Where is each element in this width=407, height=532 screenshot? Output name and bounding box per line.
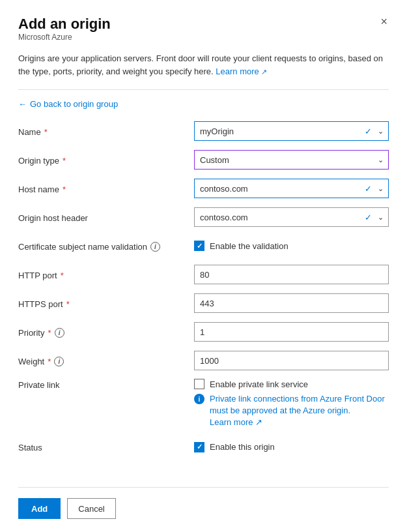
panel-title: Add an origin <box>18 16 111 33</box>
private-link-checkbox-label: Enable private link service <box>210 379 308 389</box>
external-link-icon: ↗ <box>261 68 267 76</box>
priority-input[interactable] <box>194 322 389 342</box>
private-link-row: Private link Enable private link service… <box>18 379 389 429</box>
description-learn-more-link[interactable]: Learn more ↗ <box>216 66 267 76</box>
name-control: myOrigin ✓ ⌄ <box>194 121 389 141</box>
origin-type-control: Custom ⌄ <box>194 150 389 170</box>
https-port-input[interactable] <box>194 293 389 313</box>
weight-input[interactable] <box>194 351 389 370</box>
name-required: * <box>44 127 48 137</box>
origin-type-required: * <box>63 156 66 166</box>
add-origin-panel: Add an origin Microsoft Azure × Origins … <box>0 0 407 532</box>
cert-validation-checkbox-row: Enable the validation <box>194 241 389 251</box>
http-port-required: * <box>61 271 64 280</box>
status-control: Enable this origin <box>194 442 389 452</box>
priority-row: Priority * i <box>18 321 389 342</box>
close-button[interactable]: × <box>379 16 389 27</box>
cert-validation-control: Enable the validation <box>194 241 389 251</box>
private-link-learn-more-link[interactable]: Learn more ↗ <box>210 417 262 427</box>
private-link-info-text: Private link connections from Azure Fron… <box>210 393 389 429</box>
status-row: Status Enable this origin <box>18 437 389 458</box>
http-port-label: HTTP port * <box>18 269 194 280</box>
https-port-label: HTTPS port * <box>18 298 194 309</box>
http-port-row: HTTP port * <box>18 264 389 285</box>
priority-required: * <box>48 328 51 338</box>
origin-type-select-wrapper: Custom ⌄ <box>194 150 389 170</box>
status-label: Status <box>18 441 194 452</box>
status-checkbox-row: Enable this origin <box>194 442 389 452</box>
cert-validation-info-icon[interactable]: i <box>150 242 160 252</box>
private-link-control: Enable private link service i Private li… <box>194 379 389 429</box>
origin-type-select[interactable]: Custom <box>194 150 389 170</box>
weight-label: Weight * i <box>18 355 194 366</box>
origin-type-label: Origin type * <box>18 155 194 166</box>
cert-validation-checkbox-label: Enable the validation <box>210 241 288 251</box>
status-checkbox-label: Enable this origin <box>210 442 275 452</box>
host-name-control: contoso.com ✓ ⌄ <box>194 179 389 198</box>
https-port-row: HTTPS port * <box>18 293 389 314</box>
private-link-label: Private link <box>18 379 194 390</box>
host-name-label: Host name * <box>18 183 194 194</box>
priority-label: Priority * i <box>18 327 194 338</box>
host-name-select-wrapper: contoso.com ✓ ⌄ <box>194 179 389 198</box>
http-port-input[interactable] <box>194 265 389 284</box>
private-link-external-icon: ↗ <box>255 417 262 427</box>
name-select-wrapper: myOrigin ✓ ⌄ <box>194 121 389 141</box>
description-text: Origins are your application servers. Fr… <box>18 52 389 78</box>
host-name-required: * <box>63 185 66 194</box>
form-section: Name * myOrigin ✓ ⌄ Origin type * <box>18 121 389 474</box>
weight-required: * <box>48 357 51 366</box>
https-port-required: * <box>66 299 70 309</box>
weight-control <box>194 351 389 370</box>
cert-validation-row: Certificate subject name validation i En… <box>18 235 389 256</box>
private-link-checkbox-row: Enable private link service <box>194 379 389 389</box>
priority-info-icon[interactable]: i <box>55 328 64 338</box>
origin-host-header-select-wrapper: contoso.com ✓ ⌄ <box>194 207 389 227</box>
origin-host-header-control: contoso.com ✓ ⌄ <box>194 207 389 227</box>
private-link-info-block: i Private link connections from Azure Fr… <box>194 393 389 429</box>
status-checkbox[interactable] <box>194 442 204 452</box>
name-row: Name * myOrigin ✓ ⌄ <box>18 121 389 141</box>
footer: Add Cancel <box>18 487 389 519</box>
cert-validation-label: Certificate subject name validation i <box>18 241 194 252</box>
private-link-info-icon: i <box>194 394 204 404</box>
priority-control <box>194 322 389 342</box>
name-label: Name * <box>18 126 194 137</box>
host-name-select[interactable]: contoso.com <box>194 179 389 198</box>
origin-type-row: Origin type * Custom ⌄ <box>18 149 389 170</box>
cert-validation-checkbox[interactable] <box>194 241 204 251</box>
panel-header: Add an origin Microsoft Azure × <box>18 16 389 51</box>
origin-host-header-select[interactable]: contoso.com <box>194 207 389 227</box>
host-name-row: Host name * contoso.com ✓ ⌄ <box>18 178 389 199</box>
origin-host-header-row: Origin host header contoso.com ✓ ⌄ <box>18 207 389 228</box>
https-port-control <box>194 293 389 313</box>
add-button[interactable]: Add <box>18 498 61 519</box>
private-link-checkbox[interactable] <box>194 379 204 389</box>
back-arrow-icon: ← <box>18 99 27 109</box>
http-port-control <box>194 265 389 284</box>
weight-info-icon[interactable]: i <box>54 357 64 366</box>
origin-host-header-label: Origin host header <box>18 212 194 223</box>
panel-subtitle: Microsoft Azure <box>18 33 111 42</box>
name-select[interactable]: myOrigin <box>194 121 389 141</box>
cancel-button[interactable]: Cancel <box>67 498 115 519</box>
weight-row: Weight * i <box>18 350 389 371</box>
divider <box>18 89 389 90</box>
title-group: Add an origin Microsoft Azure <box>18 16 111 51</box>
back-to-origin-group-link[interactable]: ← Go back to origin group <box>18 99 389 109</box>
